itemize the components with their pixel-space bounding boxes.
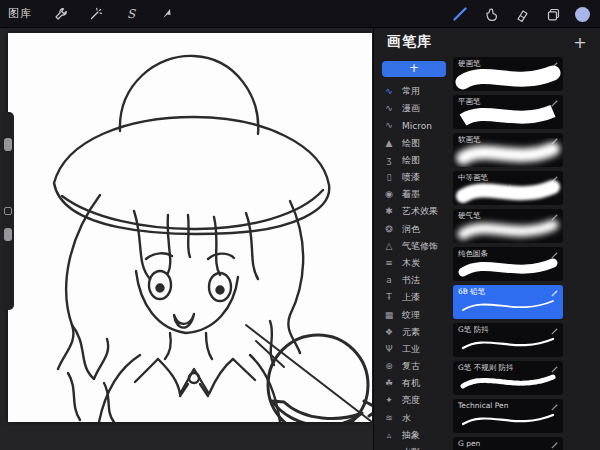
brush-set-item[interactable]: ∿漫画 — [376, 100, 452, 117]
brush-item[interactable]: 硬气笔 — [453, 209, 563, 243]
brush-set-label: 上漆 — [402, 291, 420, 304]
brush-library-panel: 画笔库 + + ∿常用∿漫画∿Micron▲绘图ʒ绘图▯喷漆◉着墨✱艺术效果❂润… — [373, 28, 600, 450]
brush-set-label: Micron — [402, 121, 432, 131]
brush-set-label: 气笔修饰 — [402, 240, 438, 253]
ink-drop-icon: ◉ — [383, 190, 395, 199]
color-swatch-icon[interactable] — [575, 7, 590, 22]
brush-set-label: 书法 — [402, 274, 420, 287]
eraser-icon[interactable] — [513, 5, 531, 23]
brush-set-label: 纹理 — [402, 309, 420, 322]
brush-set-item[interactable]: ✦亮度 — [376, 392, 452, 409]
brush-set-item[interactable]: ⊛复古 — [376, 358, 452, 375]
scribble-icon: ʒ — [383, 156, 395, 165]
airbrush-icon: △ — [383, 242, 395, 251]
brush-set-item[interactable]: ∿水彩 — [376, 444, 452, 450]
brush-set-label: 绘图 — [402, 154, 420, 167]
brush-item[interactable]: G pen — [453, 437, 563, 450]
brush-item[interactable]: Technical Pen — [453, 399, 563, 433]
brush-item[interactable]: 硬画笔 — [453, 57, 563, 91]
brush-item[interactable]: G笔 不规则 防抖 — [453, 361, 563, 395]
luminance-spark-icon: ✦ — [383, 396, 395, 405]
brush-set-item[interactable]: ▵抽象 — [376, 427, 452, 444]
brush-set-item[interactable]: ≋水 — [376, 410, 452, 427]
wrench-icon[interactable] — [52, 5, 70, 23]
brush-set-item[interactable]: ▲绘图 — [376, 135, 452, 152]
brush-set-item[interactable]: ▦纹理 — [376, 306, 452, 323]
smudge-finger-icon[interactable] — [482, 5, 500, 23]
top-toolbar: 图库 S — [0, 0, 600, 28]
brush-set-label: 复古 — [402, 360, 420, 373]
opacity-handle[interactable] — [4, 228, 12, 241]
brush-stroke-preview — [453, 365, 563, 395]
brush-set-item[interactable]: ∿Micron — [376, 117, 452, 134]
brush-size-slider[interactable] — [2, 112, 14, 202]
left-tool-group: S — [52, 5, 175, 23]
brush-set-label: 水 — [402, 412, 411, 425]
abstract-triangle-icon: ▵ — [383, 431, 395, 440]
right-tool-group — [451, 0, 590, 28]
brush-set-item[interactable]: ▯喷漆 — [376, 169, 452, 186]
brush-set-label: 工业 — [402, 343, 420, 356]
brush-set-label: 亮度 — [402, 394, 420, 407]
paint-stroke-icon: ∿ — [383, 87, 395, 96]
brush-set-label: 常用 — [402, 85, 420, 98]
brush-set-item[interactable]: Ψ工业 — [376, 341, 452, 358]
brush-item[interactable]: G笔 防抖 — [453, 323, 563, 357]
brush-item[interactable]: 6B 铅笔 — [453, 285, 563, 319]
brush-stroke-preview — [453, 61, 563, 91]
selection-s-icon[interactable]: S — [122, 5, 140, 23]
brush-set-label: 艺术效果 — [402, 205, 438, 218]
new-set-button[interactable]: + — [382, 61, 446, 77]
brush-item[interactable]: 软画笔 — [453, 133, 563, 167]
water-waves-icon: ≋ — [383, 414, 395, 423]
modify-button[interactable] — [4, 207, 12, 215]
transform-arrow-icon[interactable] — [157, 5, 175, 23]
brush-set-list: + ∿常用∿漫画∿Micron▲绘图ʒ绘图▯喷漆◉着墨✱艺术效果❂润色△气笔修饰… — [376, 58, 452, 450]
calligraphy-a-icon: a — [383, 276, 395, 285]
brush-size-handle[interactable] — [4, 138, 12, 151]
layers-icon[interactable] — [544, 5, 562, 23]
brush-list: 硬画笔平画笔软画笔中等画笔硬气笔纯色圆条6B 铅笔G笔 防抖G笔 不规则 防抖T… — [453, 57, 565, 450]
brush-set-item[interactable]: ❂润色 — [376, 221, 452, 238]
paint-tube-icon: Ŧ — [383, 293, 395, 302]
brush-set-item[interactable]: ≡木炭 — [376, 255, 452, 272]
panel-title: 画笔库 — [387, 33, 432, 51]
brush-set-item[interactable]: a书法 — [376, 272, 452, 289]
vintage-badge-icon: ⊛ — [383, 362, 395, 371]
brush-item[interactable]: 平画笔 — [453, 95, 563, 129]
brush-stroke-preview — [453, 251, 563, 281]
drawing-canvas[interactable] — [8, 33, 372, 422]
brush-set-item[interactable]: ✱艺术效果 — [376, 203, 452, 220]
gallery-button[interactable]: 图库 — [8, 6, 32, 21]
brush-set-label: 有机 — [402, 377, 420, 390]
adjustments-wand-icon[interactable] — [87, 5, 105, 23]
brush-set-label: 漫画 — [402, 102, 420, 115]
brush-stroke-preview — [453, 213, 563, 243]
brush-item[interactable]: 中等画笔 — [453, 171, 563, 205]
paint-brush-icon[interactable] — [451, 5, 469, 23]
brush-set-item[interactable]: ☘有机 — [376, 375, 452, 392]
opacity-slider[interactable] — [2, 220, 14, 310]
brush-set-item[interactable]: ◉着墨 — [376, 186, 452, 203]
cupcake-icon: ❂ — [383, 225, 395, 234]
brush-set-label: 润色 — [402, 223, 420, 236]
brush-set-label: 水彩 — [402, 446, 420, 450]
brush-item[interactable]: 纯色圆条 — [453, 247, 563, 281]
artistic-flower-icon: ✱ — [383, 207, 395, 216]
sidebar-controls — [2, 112, 14, 310]
elements-icon: ❖ — [383, 328, 395, 337]
brush-stroke-preview — [453, 289, 563, 319]
brush-stroke-preview — [453, 175, 563, 205]
brush-set-item[interactable]: ∿常用 — [376, 83, 452, 100]
brush-library-header: 画笔库 + — [374, 28, 600, 56]
brush-set-label: 元素 — [402, 326, 420, 339]
industrial-trowel-icon: Ψ — [383, 345, 395, 354]
add-brush-plus-icon[interactable]: + — [571, 33, 589, 52]
brush-set-label: 抽象 — [402, 429, 420, 442]
brush-set-item[interactable]: △气笔修饰 — [376, 238, 452, 255]
lineart-girl-sketch — [8, 33, 372, 422]
brush-stroke-preview — [453, 137, 563, 167]
brush-set-item[interactable]: ❖元素 — [376, 324, 452, 341]
brush-set-item[interactable]: ʒ绘图 — [376, 152, 452, 169]
brush-set-item[interactable]: Ŧ上漆 — [376, 289, 452, 306]
